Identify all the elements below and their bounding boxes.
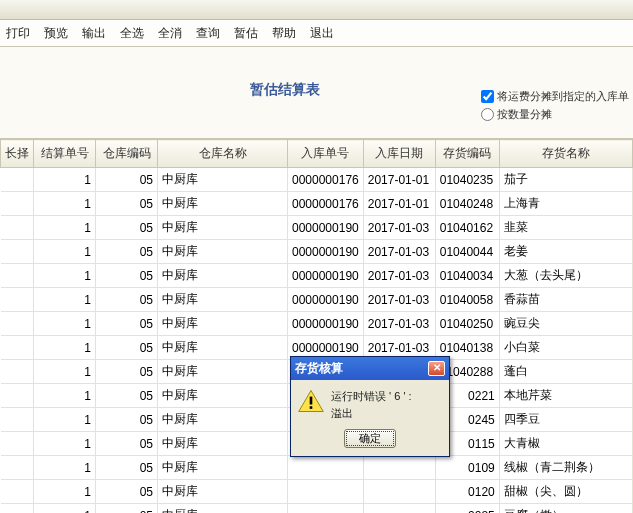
table-row[interactable]: 105中厨库00000001902017-01-0301040250豌豆尖 [1, 312, 633, 336]
table-row[interactable]: 105中厨库00000001762017-01-0101040235茄子 [1, 168, 633, 192]
opt-qty-radio[interactable] [481, 108, 494, 121]
selectall-button[interactable]: 全选 [120, 25, 144, 42]
opt-qty[interactable]: 按数量分摊 [481, 107, 629, 122]
close-icon[interactable]: ✕ [428, 361, 445, 376]
dialog-body: 运行时错误 ' 6 ' : 溢出 [291, 380, 449, 425]
col-in-no[interactable]: 入库单号 [288, 140, 364, 168]
window-titlebar [0, 0, 633, 20]
toolbar: 打印 预览 输出 全选 全消 查询 暂估 帮助 退出 [0, 20, 633, 47]
col-select[interactable]: 长择 [1, 140, 34, 168]
dialog-line1: 运行时错误 ' 6 ' : [331, 388, 412, 405]
opt-freight[interactable]: 将运费分摊到指定的入库单 [481, 89, 629, 104]
col-inv-code[interactable]: 存货编码 [435, 140, 499, 168]
warning-icon [297, 388, 325, 414]
table-row[interactable]: 105中厨库0109线椒（青二荆条） [1, 456, 633, 480]
col-wh-code[interactable]: 仓库编码 [96, 140, 158, 168]
print-button[interactable]: 打印 [6, 25, 30, 42]
table-row[interactable]: 105中厨库00000001762017-01-0101040248上海青 [1, 192, 633, 216]
opt-freight-label: 将运费分摊到指定的入库单 [497, 89, 629, 104]
estimate-button[interactable]: 暂估 [234, 25, 258, 42]
export-button[interactable]: 输出 [82, 25, 106, 42]
ok-button[interactable]: 确定 [344, 429, 396, 448]
opt-qty-label: 按数量分摊 [497, 107, 552, 122]
table-row[interactable]: 105中厨库00000001902017-01-0301040044老姜 [1, 240, 633, 264]
opt-freight-checkbox[interactable] [481, 90, 494, 103]
dialog-line2: 溢出 [331, 405, 412, 422]
dialog-title-text: 存货核算 [295, 360, 343, 377]
table-row[interactable]: 105中厨库00000001902017-01-0301040034大葱（去头尾… [1, 264, 633, 288]
options-panel: 将运费分摊到指定的入库单 按数量分摊 [481, 89, 629, 125]
col-wh-name[interactable]: 仓库名称 [158, 140, 288, 168]
help-button[interactable]: 帮助 [272, 25, 296, 42]
svg-rect-2 [310, 406, 313, 409]
svg-rect-1 [310, 397, 313, 405]
error-dialog: 存货核算 ✕ 运行时错误 ' 6 ' : 溢出 确定 [290, 356, 450, 457]
col-settle-no[interactable]: 结算单号 [34, 140, 96, 168]
report-title: 暂估结算表 [250, 81, 320, 99]
deselectall-button[interactable]: 全消 [158, 25, 182, 42]
table-row[interactable]: 105中厨库0120甜椒（尖、圆） [1, 480, 633, 504]
col-inv-name[interactable]: 存货名称 [499, 140, 632, 168]
report-header: 暂估结算表 将运费分摊到指定的入库单 按数量分摊 [0, 47, 633, 139]
exit-button[interactable]: 退出 [310, 25, 334, 42]
table-row[interactable]: 105中厨库0085豆腐（嫩） [1, 504, 633, 514]
table-row[interactable]: 105中厨库00000001902017-01-0301040058香蒜苗 [1, 288, 633, 312]
preview-button[interactable]: 预览 [44, 25, 68, 42]
dialog-text: 运行时错误 ' 6 ' : 溢出 [331, 388, 412, 421]
dialog-titlebar[interactable]: 存货核算 ✕ [291, 357, 449, 380]
table-row[interactable]: 105中厨库00000001902017-01-0301040162韭菜 [1, 216, 633, 240]
col-in-date[interactable]: 入库日期 [363, 140, 435, 168]
grid-header: 长择 结算单号 仓库编码 仓库名称 入库单号 入库日期 存货编码 存货名称 [1, 140, 633, 168]
dialog-button-row: 确定 [291, 425, 449, 456]
query-button[interactable]: 查询 [196, 25, 220, 42]
